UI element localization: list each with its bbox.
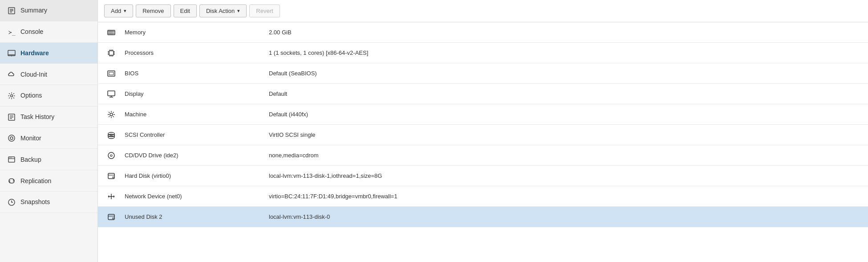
hardware-row-value: local-lvm:vm-113-disk-1,iothread=1,size=… (263, 168, 868, 184)
edit-label: Edit (180, 8, 190, 14)
edit-button[interactable]: Edit (174, 4, 197, 17)
svg-point-14 (10, 137, 13, 139)
hardware-row[interactable]: CD/DVD Drive (ide2)none,media=cdrom (98, 145, 868, 166)
cpu-icon (98, 49, 125, 57)
console-icon: ≻_ (7, 28, 16, 36)
svg-point-7 (11, 56, 12, 57)
hardware-table: Memory2.00 GiBProcessors1 (1 sockets, 1 … (98, 22, 868, 262)
network-icon (98, 192, 125, 201)
options-icon (7, 91, 16, 100)
svg-point-18 (11, 157, 12, 158)
disk-icon (98, 213, 125, 221)
sidebar-item-summary[interactable]: Summary (0, 0, 97, 21)
hardware-row-value: virtio=BC:24:11:7F:D1:49,bridge=vmbr0,fi… (263, 188, 868, 204)
sidebar-item-label-snapshots: Snapshots (20, 198, 50, 205)
hardware-row-label: Processors (125, 45, 263, 61)
hardware-row[interactable]: DisplayDefault (98, 84, 868, 104)
svg-point-45 (110, 113, 113, 116)
hardware-row-value: Default (i440fx) (263, 106, 868, 122)
svg-point-48 (108, 136, 114, 139)
svg-rect-40 (108, 71, 115, 76)
task-history-icon (7, 113, 16, 121)
hardware-row-value: Default (SeaBIOS) (263, 66, 868, 81)
sidebar-item-options[interactable]: Options (0, 85, 97, 106)
hardware-row-label: SCSI Controller (125, 127, 263, 143)
svg-point-17 (9, 157, 10, 158)
svg-point-51 (108, 152, 114, 159)
add-label: Add (111, 8, 121, 14)
sidebar-item-console[interactable]: ≻_Console (0, 21, 97, 43)
sidebar-item-label-hardware: Hardware (20, 49, 49, 57)
hardware-row[interactable]: Memory2.00 GiB (98, 22, 868, 43)
cloud-init-icon (7, 70, 16, 78)
hardware-row[interactable]: SCSI ControllerVirtIO SCSI single (98, 125, 868, 145)
hardware-row[interactable]: Hard Disk (virtio0)local-lvm:vm-113-disk… (98, 166, 868, 186)
sidebar-item-label-console: Console (20, 28, 43, 35)
hardware-row-label: Hard Disk (virtio0) (125, 168, 263, 184)
replication-icon (7, 176, 16, 185)
disk-action-label: Disk Action (206, 8, 235, 14)
sidebar-item-label-options: Options (20, 92, 42, 99)
scsi-icon (98, 131, 125, 139)
svg-rect-42 (108, 91, 115, 96)
remove-button[interactable]: Remove (136, 4, 170, 17)
revert-label: Revert (256, 8, 273, 14)
sidebar-item-label-task-history: Task History (20, 113, 54, 120)
bios-icon (98, 69, 125, 78)
hardware-row[interactable]: Unused Disk 2local-lvm:vm-113-disk-0 (98, 207, 868, 227)
main-panel: Add Remove Edit Disk Action Revert Memor… (98, 0, 868, 262)
hardware-row-value: VirtIO SCSI single (263, 127, 868, 143)
hardware-row[interactable]: Processors1 (1 sockets, 1 cores) [x86-64… (98, 43, 868, 63)
sidebar-item-label-replication: Replication (20, 177, 51, 184)
monitor-icon (7, 134, 16, 143)
svg-point-52 (110, 155, 112, 156)
svg-point-64 (113, 217, 114, 219)
hardware-row-label: Display (125, 86, 263, 102)
sidebar: Summary≻_ConsoleHardwareCloud-InitOption… (0, 0, 98, 262)
sidebar-item-hardware[interactable]: Hardware (0, 43, 97, 64)
svg-rect-41 (109, 72, 114, 75)
disk-action-button[interactable]: Disk Action (199, 4, 247, 17)
cd-icon (98, 151, 125, 160)
summary-icon (7, 6, 16, 15)
hardware-icon (7, 49, 16, 57)
hardware-row-label: BIOS (125, 66, 263, 81)
sidebar-item-cloud-init[interactable]: Cloud-Init (0, 64, 97, 85)
sidebar-item-snapshots[interactable]: Snapshots (0, 192, 97, 213)
sidebar-item-task-history[interactable]: Task History (0, 106, 97, 128)
svg-rect-20 (108, 30, 115, 35)
svg-point-55 (113, 176, 114, 178)
hardware-row[interactable]: Network Device (net0)virtio=BC:24:11:7F:… (98, 186, 868, 207)
hardware-row[interactable]: MachineDefault (i440fx) (98, 104, 868, 125)
sidebar-item-monitor[interactable]: Monitor (0, 128, 97, 149)
memory-icon (98, 28, 125, 37)
machine-icon (98, 110, 125, 119)
hardware-row-value: 1 (1 sockets, 1 cores) [x86-64-v2-AES] (263, 45, 868, 61)
svg-text:≻_: ≻_ (8, 29, 16, 36)
disk-icon (98, 172, 125, 180)
sidebar-item-backup[interactable]: Backup (0, 149, 97, 170)
sidebar-item-replication[interactable]: Replication (0, 170, 97, 192)
sidebar-item-label-backup: Backup (20, 156, 41, 163)
add-button[interactable]: Add (104, 4, 133, 17)
svg-rect-27 (109, 51, 114, 55)
snapshots-icon (7, 198, 16, 206)
revert-button[interactable]: Revert (249, 4, 280, 17)
hardware-row-value: Default (263, 86, 868, 102)
hardware-row[interactable]: BIOSDefault (SeaBIOS) (98, 63, 868, 84)
hardware-row-value: local-lvm:vm-113-disk-0 (263, 209, 868, 225)
hardware-row-value: 2.00 GiB (263, 25, 868, 40)
sidebar-item-label-monitor: Monitor (20, 135, 41, 142)
backup-icon (7, 155, 16, 164)
hardware-row-label: Unused Disk 2 (125, 209, 263, 225)
svg-point-8 (11, 94, 13, 97)
svg-point-13 (8, 135, 15, 141)
hardware-row-value: none,media=cdrom (263, 147, 868, 163)
hardware-row-label: Machine (125, 106, 263, 122)
hardware-row-label: Memory (125, 25, 263, 40)
hardware-row-label: Network Device (net0) (125, 188, 263, 204)
display-icon (98, 90, 125, 98)
sidebar-item-label-cloud-init: Cloud-Init (20, 71, 47, 78)
sidebar-item-label-summary: Summary (20, 7, 47, 14)
toolbar: Add Remove Edit Disk Action Revert (98, 0, 868, 22)
